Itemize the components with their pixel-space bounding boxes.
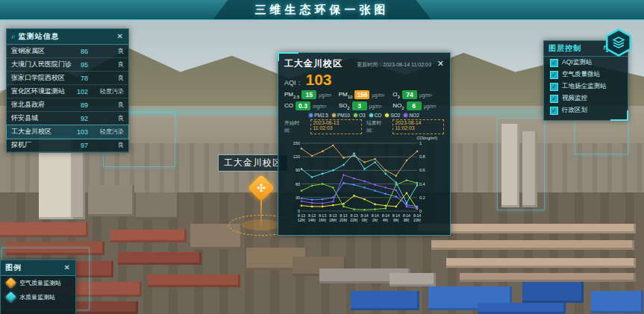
pollutant-name: PM2.5 <box>284 91 299 99</box>
close-icon[interactable]: ✕ <box>116 33 124 40</box>
checkbox-checked-icon[interactable]: ✓ <box>550 59 558 67</box>
station-status: 良 <box>93 74 124 82</box>
svg-text:8-1318时: 8-1318时 <box>329 213 337 222</box>
pollutant-name: PM10 <box>339 91 353 99</box>
station-row[interactable]: 张家口学院西校区 78 良 <box>7 72 128 85</box>
svg-text:8-148时: 8-148时 <box>403 213 410 222</box>
station-status: 良 <box>93 114 124 122</box>
legend-dot-icon <box>385 113 389 117</box>
popup-header: 工大金川校区 更新时间：2023-08-14 11:02:03 ✕ <box>284 57 444 70</box>
station-row[interactable]: 宣钢家属区 86 良 <box>7 45 128 58</box>
close-icon[interactable]: ✕ <box>437 59 444 69</box>
legend-items: 空气质量监测站 水质量监测站 <box>1 276 75 304</box>
chart-legend-item[interactable]: PM10 <box>332 113 350 118</box>
station-list: 宣钢家属区 86 良 大境门人民医院门诊 95 良 张家口学院西校区 78 良 <box>7 45 128 152</box>
svg-text:0.6: 0.6 <box>419 168 425 172</box>
legend-dot-icon <box>309 113 313 117</box>
pollutant-trend-chart: 030609012015000.20.40.60.81CO(mg/m³)8-13… <box>290 135 438 230</box>
aqi-detail-popup: 工大金川校区 更新时间：2023-08-14 11:02:03 ✕ AQI： 1… <box>278 52 451 236</box>
pollutant-value-badge: 15 <box>301 90 316 99</box>
search-icon[interactable]: ⌕ <box>11 32 16 41</box>
legend-item: 空气质量监测站 <box>1 276 75 290</box>
pollutant-metric: CO 0.3 mg/m³ <box>284 101 336 110</box>
svg-text:150: 150 <box>293 141 300 145</box>
popup-title: 工大金川校区 <box>284 57 343 70</box>
end-time-input[interactable]: 2023-08-14 11:02:03 <box>393 119 444 134</box>
layer-label: 空气质量微站 <box>562 70 600 79</box>
layers-hexagon-button[interactable] <box>604 28 633 57</box>
page-title: 三维生态环保一张图 <box>255 3 390 17</box>
legend-label: PM10 <box>337 113 350 118</box>
start-time-input[interactable]: 2023-08-13 11:02:03 <box>310 119 362 134</box>
checkbox-checked-icon[interactable]: ✓ <box>550 95 558 103</box>
pollutant-value-badge: 156 <box>354 90 369 99</box>
layer-label: AQI监测站 <box>562 58 592 67</box>
station-row[interactable]: 张北县政府 89 良 <box>7 98 128 112</box>
pin-ground-glow <box>242 219 281 230</box>
legend-dot-icon <box>404 113 407 117</box>
checkbox-checked-icon[interactable]: ✓ <box>550 83 558 91</box>
svg-text:60: 60 <box>296 182 300 186</box>
station-aqi: 95 <box>73 61 88 69</box>
chart-legend-item[interactable]: O3 <box>354 113 366 118</box>
svg-text:90: 90 <box>296 168 300 172</box>
pollutant-metric: PM2.5 15 μg/m³ <box>284 90 336 99</box>
station-aqi: 102 <box>73 88 88 95</box>
layer-toggle-row[interactable]: ✓ 工地扬尘监测站 <box>544 81 628 92</box>
legend-label: NO2 <box>409 113 419 118</box>
checkbox-checked-icon[interactable]: ✓ <box>550 71 558 79</box>
legend-item: 水质量监测站 <box>1 290 75 304</box>
station-name: 宣钢家属区 <box>11 46 73 56</box>
layer-toggle-row[interactable]: ✓ AQI监测站 <box>544 57 628 69</box>
svg-text:1: 1 <box>419 141 422 145</box>
station-name: 张家口学院西校区 <box>11 73 73 83</box>
station-aqi: 97 <box>73 142 88 149</box>
pollutant-value-badge: 0.3 <box>296 101 310 110</box>
layer-list: ✓ AQI监测站 ✓ 空气质量微站 ✓ 工地扬尘监测站 ✓ 视频监控 <box>544 57 628 116</box>
station-row[interactable]: 大境门人民医院门诊 95 良 <box>7 58 128 72</box>
pollutant-value-badge: 74 <box>402 90 417 99</box>
pollutant-unit: mg/m³ <box>313 104 326 109</box>
station-pin-marker[interactable]: ✣ <box>248 175 275 202</box>
end-time-label: 结束时间: <box>366 119 388 134</box>
layer-toggle-row[interactable]: ✓ 行政区划 <box>544 104 628 116</box>
svg-text:8-144时: 8-144时 <box>382 213 390 222</box>
pollutant-unit: μg/m³ <box>424 104 437 109</box>
station-list-title: 监测站信息 <box>19 31 113 42</box>
layer-toggle-row[interactable]: ✓ 视频监控 <box>544 92 628 104</box>
legend-label: PM2.5 <box>314 113 328 118</box>
station-list-header: ⌕ 监测站信息 ✕ <box>7 29 128 45</box>
svg-text:8-1322时: 8-1322时 <box>350 213 358 222</box>
station-row[interactable]: 工大金川校区 103 轻度污染 <box>7 125 128 139</box>
close-icon[interactable]: ✕ <box>63 264 71 271</box>
station-name: 大境门人民医院门诊 <box>11 60 73 69</box>
station-row[interactable]: 探机厂 97 良 <box>7 139 128 152</box>
chart-legend-item[interactable]: CO <box>369 113 382 118</box>
checkbox-checked-icon[interactable]: ✓ <box>550 107 558 115</box>
aqi-row: AQI： 103 <box>284 72 444 88</box>
chart-legend-item[interactable]: SO2 <box>385 113 400 118</box>
svg-text:8-146时: 8-146时 <box>393 213 400 222</box>
header-title-plate: 三维生态环保一张图 <box>213 0 431 19</box>
svg-text:8-1410时: 8-1410时 <box>413 213 422 222</box>
app-root: 三维生态环保一张图 工大金川校区 ✣ ⌕ 监测站信息 ✕ 宣钢家属区 86 良 … <box>0 0 644 314</box>
svg-text:8-1320时: 8-1320时 <box>340 213 348 222</box>
station-row[interactable]: 怀安县城 92 良 <box>7 112 128 125</box>
station-row[interactable]: 宣化区环境监测站 102 轻度污染 <box>7 85 128 98</box>
chart-legend-item[interactable]: NO2 <box>404 113 419 118</box>
chart-legend-item[interactable]: PM2.5 <box>309 113 328 118</box>
station-aqi: 92 <box>73 115 88 122</box>
legend-item-label: 水质量监测站 <box>19 293 55 301</box>
legend-panel-header: 图例 ✕ <box>1 260 75 276</box>
station-aqi: 78 <box>73 75 88 82</box>
marker-diamond-icon <box>5 292 17 304</box>
marker-diamond-icon <box>5 277 17 289</box>
layer-panel-title: 图层控制 <box>548 43 604 54</box>
map-legend-panel: 图例 ✕ 空气质量监测站 水质量监测站 <box>0 260 76 314</box>
station-status: 良 <box>93 101 124 109</box>
layer-toggle-row[interactable]: ✓ 空气质量微站 <box>544 69 628 81</box>
legend-label: SO2 <box>390 113 400 118</box>
time-range-row: 开始时间: 2023-08-13 11:02:03 结束时间: 2023-08-… <box>284 119 444 134</box>
svg-text:8-1312时: 8-1312时 <box>298 213 306 222</box>
legend-item-label: 空气质量监测站 <box>19 279 61 287</box>
